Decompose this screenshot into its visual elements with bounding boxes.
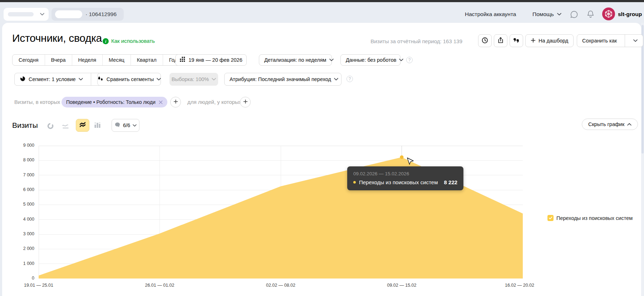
counter-id: · 106412996 — [85, 11, 117, 17]
compare-segments-label: Сравнить сегменты — [107, 76, 154, 82]
period-button-3[interactable]: Месяц — [102, 55, 131, 65]
comments-icon — [513, 37, 520, 45]
detail-dropdown[interactable]: Детализация: по неделям — [259, 54, 332, 66]
detail-label: Детализация: по неделям — [264, 57, 326, 63]
chevron-down-icon — [399, 59, 403, 61]
legend-checkbox[interactable] — [547, 215, 554, 221]
y-axis-tick: 1 000 — [0, 261, 34, 267]
speech-bubble-icon — [114, 122, 121, 129]
report-history-button[interactable] — [478, 34, 492, 47]
y-axis-tick: 2 000 — [0, 246, 34, 252]
save-as-menu-button[interactable] — [628, 35, 643, 47]
hide-chart-label: Скрыть график — [588, 121, 624, 127]
clock-icon — [481, 37, 488, 45]
period-segmented: СегодняВчераНеделяМесяцКварталГод — [12, 54, 184, 66]
compare-drops-icon — [97, 76, 104, 83]
legend-item[interactable]: Переходы из поисковых систем — [547, 215, 633, 221]
tooltip-period: 09.02.2026 — 15.02.2026 — [353, 171, 457, 176]
y-axis-tick: 0 — [0, 276, 34, 281]
help-label: Помощь — [532, 11, 554, 17]
plus-icon — [173, 99, 178, 105]
data-mode-dropdown[interactable]: Данные: без роботов — [340, 54, 400, 66]
chevron-down-icon — [557, 13, 561, 16]
x-axis-tick: 16.02 — 20.02 — [491, 283, 548, 288]
annotations-dropdown[interactable]: 6/6 — [112, 119, 139, 132]
add-to-dashboard-button[interactable]: На дашборд — [525, 34, 574, 47]
tooltip-value: 8 222 — [444, 179, 458, 185]
data-mode-help-icon[interactable]: ? — [406, 57, 413, 63]
redacted-account-name — [8, 12, 34, 16]
page-title: Источники, сводка — [12, 32, 102, 44]
y-axis-tick: 4 000 — [0, 217, 34, 222]
annotations-count: 6/6 — [123, 122, 130, 128]
for-people-label: для людей, у которых — [187, 99, 241, 105]
close-icon[interactable] — [159, 100, 163, 104]
period-button-1[interactable]: Вчера — [45, 55, 72, 65]
chat-icon[interactable] — [570, 10, 578, 20]
redacted-counter-name — [55, 10, 82, 18]
attribution-dropdown[interactable]: Атрибуция: Последний значимый переход — [224, 73, 341, 86]
compare-segments-dropdown[interactable]: Сравнить сегменты — [97, 73, 161, 86]
info-icon: i — [103, 38, 109, 44]
visits-summary: Визиты за отчётный период: 163 139 — [370, 38, 462, 44]
button-divider — [91, 73, 91, 85]
button-divider — [625, 35, 625, 47]
chevron-down-icon — [334, 78, 338, 81]
account-settings-link[interactable]: Настройка аккаунта — [465, 11, 516, 17]
period-button-0[interactable]: Сегодня — [13, 55, 45, 65]
metric-title: Визиты — [12, 121, 38, 130]
date-range-button[interactable]: 19 янв — 20 фев 2026 — [175, 54, 247, 66]
save-as-button-group: Сохранить как — [577, 34, 643, 47]
sampling-label: Выборка: 100% — [172, 76, 209, 82]
period-button-4[interactable]: Квартал — [131, 55, 163, 65]
add-to-dashboard-label: На дашборд — [539, 38, 568, 44]
notifications-bell-icon[interactable] — [587, 10, 594, 20]
x-axis-tick: 09.02 — 15.02 — [373, 283, 431, 288]
line-chart-type-icon[interactable] — [62, 124, 70, 129]
segment-dropdown[interactable]: Сегмент: 1 условие — [15, 73, 88, 85]
save-as-label: Сохранить как — [582, 38, 617, 44]
chevron-down-icon — [40, 13, 44, 16]
segment-button-group: Сегмент: 1 условие — [14, 73, 108, 86]
plus-icon — [531, 38, 536, 44]
counter-selector[interactable]: · 106412996 — [51, 8, 124, 21]
yandex-metrica-app: · 106412996 Настройка аккаунта Помощь sl… — [0, 0, 644, 296]
add-people-condition-button[interactable] — [240, 97, 251, 107]
save-as-button[interactable]: Сохранить как — [577, 35, 622, 47]
attribution-help-icon[interactable]: ? — [346, 76, 353, 82]
y-axis-tick: 5 000 — [0, 202, 34, 207]
segment-pie-icon — [20, 76, 26, 83]
chevron-down-icon — [157, 78, 161, 81]
chevron-down-icon — [79, 78, 83, 81]
visits-area-chart[interactable] — [39, 146, 523, 279]
calendar-grid-icon — [180, 56, 186, 64]
account-dropdown[interactable] — [4, 8, 49, 21]
data-mode-label: Данные: без роботов — [346, 57, 396, 63]
mouse-cursor — [406, 157, 414, 168]
x-axis-tick: 02.02 — 08.02 — [252, 283, 309, 288]
sampling-dropdown[interactable]: Выборка: 100% — [169, 73, 218, 86]
y-axis-tick: 8 000 — [0, 157, 34, 163]
avatar[interactable] — [602, 7, 615, 22]
export-button[interactable] — [494, 34, 507, 47]
area-chart-type-button[interactable] — [76, 119, 89, 132]
column-chart-type-icon[interactable] — [94, 122, 101, 129]
topbar: · 106412996 Настройка аккаунта Помощь sl… — [0, 2, 644, 23]
period-button-2[interactable]: Неделя — [72, 55, 103, 65]
add-visit-condition-button[interactable] — [170, 97, 181, 107]
stacked-area-icon — [79, 121, 86, 129]
how-to-use-link[interactable]: Как использовать — [111, 38, 155, 44]
comments-button[interactable] — [510, 34, 523, 47]
tooltip-series-dot — [353, 181, 356, 184]
date-range-label: 19 янв — 20 фев 2026 — [188, 57, 242, 63]
legend-label: Переходы из поисковых систем — [556, 215, 633, 221]
user-name: slt-group — [618, 11, 642, 17]
help-menu[interactable]: Помощь — [532, 11, 561, 17]
chevron-down-icon — [633, 39, 638, 42]
segment-chip-label: Поведение • Роботность: Только люди — [66, 99, 156, 105]
attribution-label: Атрибуция: Последний значимый переход — [230, 76, 331, 82]
pie-chart-type-icon[interactable] — [46, 122, 54, 130]
hide-chart-button[interactable]: Скрыть график — [582, 119, 638, 130]
segment-chip[interactable]: Поведение • Роботность: Только люди — [62, 97, 167, 107]
chevron-up-icon — [627, 123, 631, 126]
